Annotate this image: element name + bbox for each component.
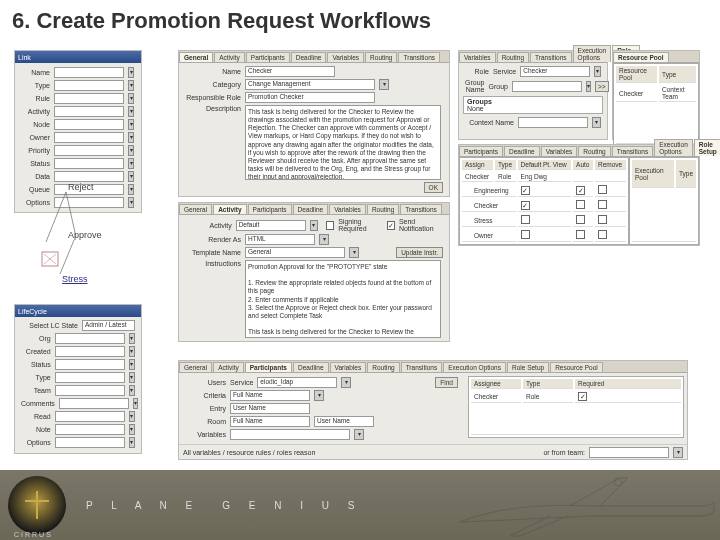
tab-activity2[interactable]: Activity <box>213 204 246 214</box>
chevron-down-icon[interactable]: ▾ <box>129 437 135 448</box>
chevron-down-icon[interactable]: ▾ <box>319 234 329 245</box>
tab-participants3[interactable]: Participants <box>245 362 292 372</box>
cg-tab4[interactable]: Transitions <box>612 146 654 156</box>
tab-general2[interactable]: General <box>179 204 212 214</box>
lc-sel7[interactable] <box>55 424 125 435</box>
cg-chk[interactable] <box>598 200 607 209</box>
chevron-down-icon[interactable]: ▾ <box>128 93 134 104</box>
tab-variables2[interactable]: Variables <box>329 204 366 214</box>
tab-exec-tr1[interactable]: Execution Options <box>573 45 612 62</box>
gen-ok-button[interactable]: OK <box>424 182 443 193</box>
tab-vars-tr1[interactable]: Variables <box>459 52 496 62</box>
lc-sel6[interactable] <box>55 411 125 422</box>
find-button[interactable]: Find <box>435 377 458 388</box>
chevron-down-icon[interactable]: ▾ <box>129 411 135 422</box>
chevron-down-icon[interactable]: ▾ <box>341 377 351 388</box>
lc-sel5[interactable] <box>59 398 129 409</box>
cg-chk[interactable] <box>521 186 530 195</box>
chevron-down-icon[interactable]: ▾ <box>586 81 591 92</box>
chevron-down-icon[interactable]: ▾ <box>128 67 134 78</box>
lp-sel3[interactable] <box>54 106 124 117</box>
tab-trans-tr1[interactable]: Transitions <box>530 52 572 62</box>
cg-chk[interactable] <box>576 186 585 195</box>
chevron-down-icon[interactable]: ▾ <box>129 424 135 435</box>
room-input2[interactable]: User Name <box>314 416 374 427</box>
entry-input[interactable]: User Name <box>230 403 310 414</box>
cg-tab2[interactable]: Variables <box>541 146 578 156</box>
tab-routing3[interactable]: Routing <box>367 362 399 372</box>
team-select[interactable] <box>589 447 669 458</box>
tab-participants[interactable]: Participants <box>246 52 290 62</box>
lp-sel8[interactable] <box>54 171 124 182</box>
tab-deadline[interactable]: Deadline <box>291 52 327 62</box>
gen-cat-select[interactable]: Change Management <box>245 79 375 90</box>
criteria-select[interactable]: Full Name <box>230 390 310 401</box>
tab-variables[interactable]: Variables <box>327 52 364 62</box>
chevron-down-icon[interactable]: ▾ <box>673 447 683 458</box>
tab-variables3[interactable]: Variables <box>330 362 367 372</box>
cg-chk[interactable] <box>521 215 530 224</box>
lc-sel2[interactable] <box>55 359 125 370</box>
vars-select[interactable] <box>230 429 350 440</box>
cg-tab5[interactable]: Execution Options <box>654 139 693 156</box>
chevron-down-icon[interactable]: ▾ <box>379 79 389 90</box>
cg-tab1[interactable]: Deadline <box>504 146 540 156</box>
lc-sel1[interactable] <box>55 346 125 357</box>
users-select[interactable]: elodic_ldap <box>257 377 337 388</box>
lp-sel5[interactable] <box>54 132 124 143</box>
cg-chk[interactable] <box>598 230 607 239</box>
chevron-down-icon[interactable]: ▾ <box>128 132 134 143</box>
cg-chk[interactable] <box>576 200 585 209</box>
add-group-button[interactable]: >> <box>595 81 609 92</box>
grp-select[interactable] <box>512 81 582 92</box>
tab-routing[interactable]: Routing <box>365 52 397 62</box>
tab-transitions2[interactable]: Transitions <box>400 204 442 214</box>
chevron-down-icon[interactable]: ▾ <box>128 80 134 91</box>
chevron-down-icon[interactable]: ▾ <box>129 372 135 383</box>
cg-chk[interactable] <box>576 230 585 239</box>
lp-sel7[interactable] <box>54 158 124 169</box>
send-notif-checkbox[interactable] <box>387 221 395 230</box>
tab-rolesetup3[interactable]: Role Setup <box>507 362 549 372</box>
chevron-down-icon[interactable]: ▾ <box>129 385 135 396</box>
groups-listbox[interactable]: Groups None <box>463 96 603 114</box>
chevron-down-icon[interactable]: ▾ <box>128 158 134 169</box>
cg-chk[interactable] <box>521 230 530 239</box>
tab-transitions3[interactable]: Transitions <box>401 362 443 372</box>
chevron-down-icon[interactable]: ▾ <box>128 106 134 117</box>
workflow-node-stress[interactable]: Stress <box>62 274 88 284</box>
tab-deadline2[interactable]: Deadline <box>293 204 329 214</box>
tab-routing-tr1[interactable]: Routing <box>497 52 529 62</box>
tab-execopts3[interactable]: Execution Options <box>443 362 506 372</box>
cg-tab6[interactable]: Role Setup <box>694 139 720 156</box>
chevron-down-icon[interactable]: ▾ <box>129 359 135 370</box>
cg-chk[interactable] <box>521 201 530 210</box>
tab-activity[interactable]: Activity <box>214 52 245 62</box>
chevron-down-icon[interactable]: ▾ <box>594 66 601 77</box>
lc-sel4[interactable] <box>55 385 125 396</box>
chevron-down-icon[interactable]: ▾ <box>129 346 135 357</box>
lp-sel1[interactable] <box>54 80 124 91</box>
chevron-down-icon[interactable]: ▾ <box>349 247 359 258</box>
tab-participants2[interactable]: Participants <box>248 204 292 214</box>
lp-sel2[interactable] <box>54 93 124 104</box>
instr-text[interactable]: Promotion Approval for the "PROTOTYPE" s… <box>245 260 441 338</box>
gen-resp-input[interactable]: Promotion Checker <box>245 92 375 103</box>
lc-sel8[interactable] <box>55 437 125 448</box>
tab-respool-tr2[interactable]: Resource Pool <box>613 52 669 62</box>
lp-sel0[interactable] <box>54 67 124 78</box>
chevron-down-icon[interactable]: ▾ <box>128 145 134 156</box>
lp-sel6[interactable] <box>54 145 124 156</box>
chevron-down-icon[interactable]: ▾ <box>128 171 134 182</box>
cg-tab0[interactable]: Participants <box>459 146 503 156</box>
tab-respool3[interactable]: Resource Pool <box>550 362 603 372</box>
tab-routing2[interactable]: Routing <box>367 204 399 214</box>
gen-desc-text[interactable]: This task is being delivered for the Che… <box>245 105 441 180</box>
lp-sel4[interactable] <box>54 119 124 130</box>
tab-transitions[interactable]: Transitions <box>398 52 440 62</box>
update-instr-button[interactable]: Update Instr. <box>396 247 443 258</box>
cg-chk[interactable] <box>598 215 607 224</box>
signing-checkbox[interactable] <box>326 221 334 230</box>
tab-activity3[interactable]: Activity <box>213 362 244 372</box>
chevron-down-icon[interactable]: ▾ <box>128 119 134 130</box>
